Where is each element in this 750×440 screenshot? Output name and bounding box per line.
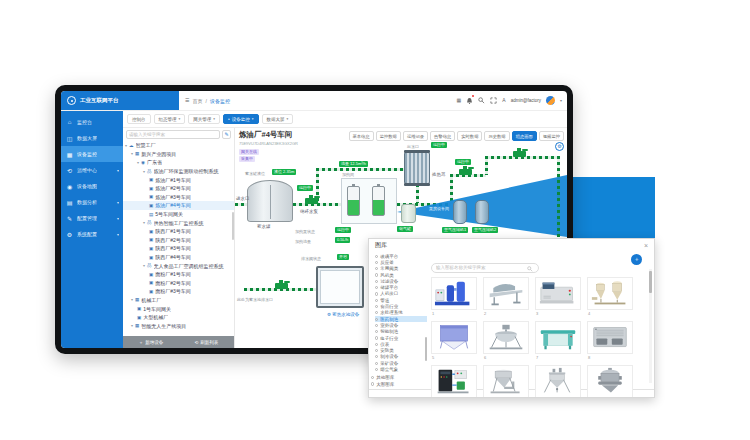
tree-node[interactable]: ▾ ◉ 广东省 [123,158,234,167]
username[interactable]: admin@factory [511,98,541,103]
gallery-scrollbar[interactable] [649,269,652,383]
toolbar-button[interactable]: 实时数据 [457,131,482,141]
tree-caret-icon[interactable]: ▾ [143,220,145,225]
gallery-item-image [535,365,581,397]
toolbar-button[interactable]: 监控数据 [376,131,401,141]
add-icon-button[interactable]: ＋ [631,254,642,265]
tree-scrollbar[interactable] [232,212,234,240]
tree-node[interactable]: ▣ 面粉厂#1号车间 [123,270,234,279]
gallery-item[interactable]: 2 [483,277,529,316]
tree-node-label: 智能无人生产线项目 [141,323,186,329]
tab[interactable]: 组态管理 ▾ [154,114,186,124]
tree-node-label: 陕西厂#3号车间 [155,245,191,251]
gas-tank[interactable] [401,204,416,223]
edit-tree-button[interactable]: ✎ [222,130,231,139]
sidebar-item[interactable]: ⟲ 运维中心 ▾ [61,162,123,178]
tree-caret-icon[interactable]: ▾ [137,160,139,165]
gallery-category-label: 安防类 [380,348,394,353]
gallery-search-input[interactable] [431,263,539,273]
gallery-item[interactable]: 12 [587,365,633,397]
avatar[interactable] [546,96,555,105]
gallery-item[interactable]: 8 [587,321,633,360]
tree-node[interactable]: ▣ 炼油厂#4号车间 [123,201,234,210]
tree-caret-icon[interactable]: ▾ [131,297,133,302]
sidebar-item[interactable]: ▦ 设备监控 [61,146,123,162]
tree-node[interactable]: ▣ 炼油厂#1号车间 [123,175,234,184]
heater-caption: 出水口 [407,144,419,149]
air-compressor[interactable] [475,200,489,224]
bell-icon[interactable] [466,97,473,105]
tree-footer-button[interactable]: ⟲ 刷新列表 [195,340,219,345]
tree-node-icon: ▣ [149,186,153,191]
tab[interactable]: ● 设备监控 ▾ [223,114,259,124]
tree-node[interactable]: ▣ 面粉厂#2号车间 [123,279,234,288]
toolbar-button[interactable]: 基本信息 [349,131,374,141]
tree-node[interactable]: ▾ ▦ 机械工厂 [123,296,234,305]
close-icon[interactable]: × [644,242,648,249]
toolbar-button[interactable]: 告警信息 [430,131,455,141]
tree-node[interactable]: ▾ ☁ 智慧工厂 [123,141,234,150]
tab[interactable]: 控制台 [127,114,151,124]
tree-caret-icon[interactable]: ▾ [131,323,133,328]
search-icon[interactable] [478,97,485,104]
tree-node[interactable]: ▣ 陕西厂#3号车间 [123,244,234,253]
gallery-item[interactable]: 10 [483,365,529,397]
tree-node[interactable]: ▣ 陕西厂#2号车间 [123,236,234,245]
collapse-menu-icon[interactable]: ☰ [185,98,189,103]
sidebar-item[interactable]: ⚙ 系统配置 ▾ [61,226,123,242]
gallery-item[interactable]: 3 [535,277,581,316]
tree-node[interactable]: ▾ ▦ 智能无人生产线项目 [123,321,234,330]
sidebar-item[interactable]: ✎ 配置管理 ▾ [61,210,123,226]
apps-icon[interactable]: ▦ [457,98,462,103]
tree-node[interactable]: ▾ 品 供热智能工厂监控系统 [123,218,234,227]
gallery-item[interactable]: 7 [535,321,581,360]
drain-note: 此处为蓄水池排水口 [237,297,273,302]
toolbar-button[interactable]: 运维记录 [403,131,428,141]
gallery-library-switch[interactable]: 大图图库 [371,381,427,387]
gallery-item[interactable]: 1 [431,277,477,316]
pump-status-badge: 运行中 [297,185,313,191]
sidebar-item[interactable]: ⌂ 监控台 [61,114,123,130]
sidebar-item[interactable]: ◫ 数据大屏 [61,130,123,146]
tree-node[interactable]: ▣ 面粉厂#3号车间 [123,287,234,296]
fullscreen-icon[interactable] [490,97,497,104]
tree-node[interactable]: ▣ 1号车间网关 [123,304,234,313]
toolbar-button[interactable]: 视频监控 [539,131,564,141]
sidebar-item[interactable]: ◉ 设备地图 [61,178,123,194]
tree-search-input[interactable] [126,130,220,139]
tree-caret-icon[interactable]: ▾ [125,143,127,148]
gallery-item[interactable]: 11 [535,365,581,397]
air-compressor[interactable] [453,200,467,224]
gallery-item[interactable]: 4 [587,277,633,316]
tree-caret-icon[interactable]: ▾ [143,263,145,268]
user-menu-caret-icon[interactable]: ▾ [560,98,562,103]
tree-caret-icon[interactable]: ▾ [143,169,145,174]
pump-status-badge: 运行中 [455,159,471,165]
tree-node[interactable]: ▤ 5号车间网关 [123,210,234,219]
tree-node[interactable]: ▾ 品 炼油厂环保监测联动控制系统 [123,167,234,176]
tab[interactable]: 网关管理 ▾ [188,114,220,124]
gallery-item[interactable]: 6 [483,321,529,360]
tree-node[interactable]: ▣ 陕西厂#1号车间 [123,227,234,236]
tab[interactable]: 数据大屏 ▾ [262,114,294,124]
breadcrumb-home[interactable]: 首页 [192,98,202,104]
tree-node[interactable]: ▣ 陕西厂#4号车间 [123,253,234,262]
tree-node[interactable]: ▾ ▦ 新兴产业园项目 [123,150,234,159]
gallery-item-image [535,277,581,310]
gallery-category[interactable]: 烟尘气象 [375,366,427,372]
tree-caret-icon[interactable]: ▾ [131,151,133,156]
gallery-item[interactable]: 9 [431,365,477,397]
active-dot-icon: ● [228,117,230,121]
tree-footer-button[interactable]: ＋ 新增设备 [139,340,164,345]
breadcrumb-current[interactable]: 设备监控 [210,98,230,104]
sidebar-item[interactable]: ▤ 数据分析 ▾ [61,194,123,210]
tree-node[interactable]: ▣ 大型机械厂 [123,313,234,322]
tree-node[interactable]: ▾ 品 无人食品工厂空调机组监控系统 [123,261,234,270]
tree-node[interactable]: ▣ 炼油厂#2号车间 [123,184,234,193]
heater-label: 换热器 [432,172,446,177]
tree-node[interactable]: ▣ 炼油厂#3号车间 [123,193,234,202]
font-size-icon[interactable]: A [502,98,505,103]
gallery-item[interactable]: 5 [431,321,477,360]
toolbar-button[interactable]: 历史数据 [484,131,509,141]
toolbar-button[interactable]: 组态画面 [512,131,537,141]
